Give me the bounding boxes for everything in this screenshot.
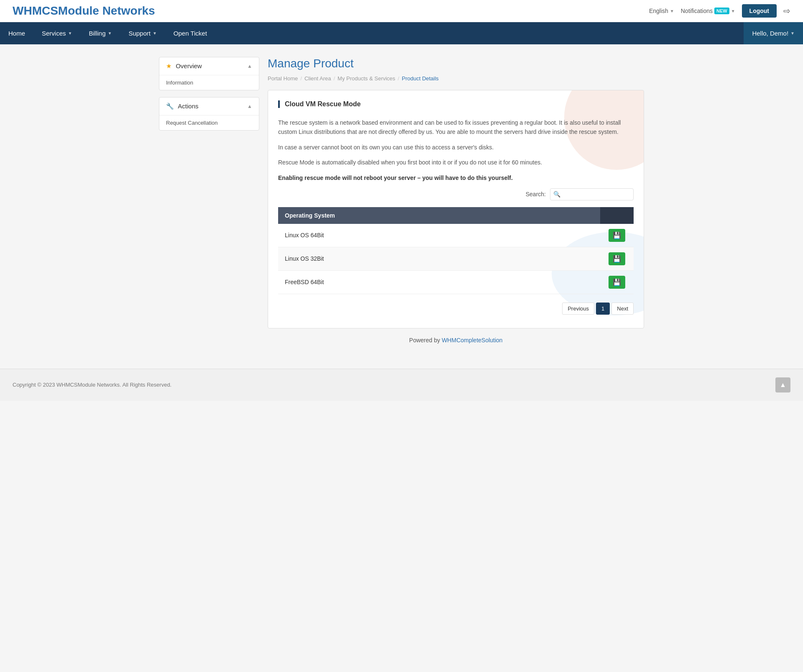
main-nav: Home Services ▼ Billing ▼ Support ▼ Open…: [0, 22, 803, 44]
notifications-badge: NEW: [714, 8, 729, 14]
search-input-wrap: 🔍: [550, 188, 634, 200]
star-icon: ★: [166, 62, 171, 69]
overview-header-content: ★ Overview: [166, 62, 202, 70]
sidebar-actions-section: 🔧 Actions ▲ Request Cancellation: [159, 97, 259, 131]
pagination-next[interactable]: Next: [611, 303, 634, 315]
footer-copyright: Copyright © 2023 WHMCSModule Networks. A…: [13, 382, 171, 388]
table-header: Operating System: [278, 207, 634, 224]
language-label: English: [649, 8, 668, 14]
page-title: Manage Product: [268, 57, 644, 70]
breadcrumb-sep-3: /: [398, 75, 399, 82]
nav-right: Hello, Demo! ▼: [744, 22, 803, 44]
col-action-header: [600, 207, 634, 224]
notifications-label: Notifications: [681, 8, 713, 14]
description-4: Enabling rescue mode will not reboot you…: [278, 173, 634, 182]
content-wrapper: ★ Overview ▲ Information 🔧 Actions ▲ Req…: [151, 57, 652, 352]
nav-user-greeting[interactable]: Hello, Demo! ▼: [744, 22, 803, 44]
nav-support[interactable]: Support ▼: [120, 22, 165, 44]
sidebar-item-request-cancellation[interactable]: Request Cancellation: [159, 115, 259, 130]
logout-button[interactable]: Logout: [742, 4, 777, 18]
breadcrumb-current: Product Details: [402, 75, 439, 82]
actions-title: Actions: [178, 103, 198, 110]
wrench-icon: 🔧: [166, 103, 174, 110]
site-footer: Copyright © 2023 WHMCSModule Networks. A…: [0, 369, 803, 401]
table-row: Linux OS 32Bit 💾: [278, 247, 634, 270]
breadcrumb-portal-home[interactable]: Portal Home: [268, 75, 298, 82]
sidebar-overview-header: ★ Overview ▲: [159, 57, 259, 75]
billing-dropdown-icon: ▼: [107, 31, 112, 36]
os-table: Operating System Linux OS 64Bit 💾 Linux …: [278, 207, 634, 294]
powered-by-text: Powered by: [409, 337, 440, 344]
language-dropdown-icon: ▼: [670, 9, 674, 13]
nav-home[interactable]: Home: [0, 22, 33, 44]
boot-button[interactable]: 💾: [609, 229, 625, 242]
search-label: Search:: [526, 191, 546, 197]
breadcrumb: Portal Home / Client Area / My Products …: [268, 75, 644, 82]
header-right: English ▼ Notifications NEW ▼ Logout ⇨: [649, 4, 790, 18]
os-name-cell: FreeBSD 64Bit: [278, 270, 600, 294]
notifications-button[interactable]: Notifications NEW ▼: [681, 8, 735, 14]
overview-chevron-icon: ▲: [247, 63, 252, 69]
support-dropdown-icon: ▼: [153, 31, 157, 36]
table-body: Linux OS 64Bit 💾 Linux OS 32Bit 💾 FreeBS…: [278, 224, 634, 294]
powered-by-link[interactable]: WHMCompleteSolution: [442, 337, 503, 344]
os-name-cell: Linux OS 64Bit: [278, 224, 600, 247]
action-cell: 💾: [600, 270, 634, 294]
exit-icon: ⇨: [783, 6, 790, 15]
search-input[interactable]: [550, 188, 634, 200]
site-logo[interactable]: WHMCSModule Networks: [13, 4, 155, 18]
main-card: Cloud VM Rescue Mode The rescue system i…: [268, 90, 644, 328]
pagination-row: Previous 1 Next: [278, 303, 634, 318]
boot-icon: 💾: [613, 255, 621, 263]
action-cell: 💾: [600, 224, 634, 247]
col-os-header: Operating System: [278, 207, 600, 224]
boot-icon: 💾: [613, 278, 621, 286]
actions-header-content: 🔧 Actions: [166, 103, 199, 110]
services-dropdown-icon: ▼: [68, 31, 72, 36]
notifications-dropdown-icon: ▼: [731, 9, 735, 13]
table-row: FreeBSD 64Bit 💾: [278, 270, 634, 294]
boot-button[interactable]: 💾: [609, 252, 625, 265]
nav-open-ticket[interactable]: Open Ticket: [165, 22, 215, 44]
card-body: Cloud VM Rescue Mode The rescue system i…: [268, 90, 644, 328]
sidebar: ★ Overview ▲ Information 🔧 Actions ▲ Req…: [159, 57, 259, 352]
description-3: Rescue Mode is automatically disabled wh…: [278, 158, 634, 167]
os-name-cell: Linux OS 32Bit: [278, 247, 600, 270]
user-dropdown-icon: ▼: [790, 31, 795, 36]
top-header: WHMCSModule Networks English ▼ Notificat…: [0, 0, 803, 22]
scroll-top-button[interactable]: ▲: [775, 377, 790, 392]
breadcrumb-sep-2: /: [333, 75, 335, 82]
breadcrumb-my-products[interactable]: My Products & Services: [338, 75, 395, 82]
exit-icon-button[interactable]: ⇨: [783, 6, 790, 16]
language-button[interactable]: English ▼: [649, 8, 674, 14]
powered-by: Powered by WHMCompleteSolution: [268, 328, 644, 352]
nav-billing[interactable]: Billing ▼: [80, 22, 120, 44]
breadcrumb-sep-1: /: [300, 75, 302, 82]
table-row: Linux OS 64Bit 💾: [278, 224, 634, 247]
actions-chevron-icon: ▲: [247, 103, 252, 109]
pagination-previous[interactable]: Previous: [562, 303, 594, 315]
boot-button[interactable]: 💾: [609, 276, 625, 289]
description-2: In case a server cannot boot on its own …: [278, 143, 634, 152]
action-cell: 💾: [600, 247, 634, 270]
nav-services[interactable]: Services ▼: [33, 22, 80, 44]
sidebar-item-information[interactable]: Information: [159, 75, 259, 90]
overview-title: Overview: [176, 62, 202, 69]
sidebar-actions-header: 🔧 Actions ▲: [159, 97, 259, 115]
search-icon: 🔍: [553, 191, 560, 197]
breadcrumb-client-area[interactable]: Client Area: [304, 75, 331, 82]
search-row: Search: 🔍: [278, 188, 634, 200]
boot-icon: 💾: [613, 231, 621, 239]
pagination-page-1[interactable]: 1: [596, 303, 610, 315]
section-heading: Cloud VM Rescue Mode: [278, 100, 634, 108]
chevron-up-icon: ▲: [780, 381, 786, 389]
description-1: The rescue system is a network based env…: [278, 118, 634, 137]
main-content: Manage Product Portal Home / Client Area…: [268, 57, 644, 352]
sidebar-overview-section: ★ Overview ▲ Information: [159, 57, 259, 90]
